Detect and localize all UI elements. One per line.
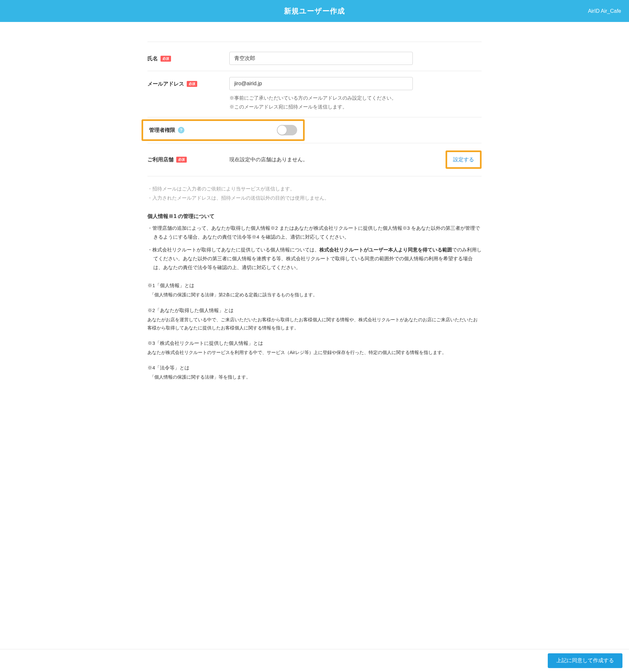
note-line: ・入力されたメールアドレスは、招待メールの送信以外の目的では使用しません。 xyxy=(147,193,482,203)
label-name: 氏名 必須 xyxy=(147,52,229,63)
divider xyxy=(147,42,482,42)
def-term: ※1「個人情報」とは xyxy=(147,282,482,289)
helper-line: ※このメールアドレス宛に招待メールを送信します。 xyxy=(229,102,482,111)
def-desc: 「個人情報の保護に関する法律」等を指します。 xyxy=(147,373,482,381)
def-block: ※2「あなたが取得した個人情報」とは あなたがお店を運営している中で、ご来店いた… xyxy=(147,307,482,332)
helper-line: ※事前にご了承いただいている方のメールアドレスのみ設定してください。 xyxy=(229,93,482,102)
required-badge: 必須 xyxy=(160,56,171,62)
policy-title: 個人情報※1 の管理について xyxy=(147,212,482,221)
admin-highlight-wrap: 管理者権限 ? xyxy=(142,119,482,141)
field-email: ※事前にご了承いただいている方のメールアドレスのみ設定してください。 ※このメー… xyxy=(229,77,482,111)
def-block: ※4「法令等」とは 「個人情報の保護に関する法律」等を指します。 xyxy=(147,364,482,381)
policy-item: ・株式会社リクルートが取得してあなたに提供している個人情報については、株式会社リ… xyxy=(147,245,482,272)
def-block: ※3「株式会社リクルートに提供した個人情報」とは あなたが株式会社リクルートのサ… xyxy=(147,339,482,357)
label-text: 管理者権限 xyxy=(149,126,175,135)
field-row-admin: 管理者権限 ? xyxy=(147,119,482,143)
definitions: ※1「個人情報」とは 「個人情報の保護に関する法律」第2条に定める定義に該当する… xyxy=(147,282,482,381)
email-helper: ※事前にご了承いただいている方のメールアドレスのみ設定してください。 ※このメー… xyxy=(229,93,482,111)
label-stores: ご利用店舗 必須 xyxy=(147,155,229,164)
stores-status: 現在設定中の店舗はありません。 xyxy=(229,155,446,164)
def-term: ※4「法令等」とは xyxy=(147,364,482,372)
note-line: ・招待メールはご入力者のご依頼により当サービスが送信します。 xyxy=(147,184,482,194)
label-text: メールアドレス xyxy=(147,80,184,88)
field-name xyxy=(229,52,482,65)
field-row-stores: ご利用店舗 必須 現在設定中の店舗はありません。 設定する xyxy=(147,143,482,176)
label-admin: 管理者権限 ? xyxy=(149,126,234,135)
admin-toggle[interactable] xyxy=(277,125,297,136)
account-name: AirID Air_Cafe xyxy=(588,7,621,16)
header: 新規ユーザー作成 AirID Air_Cafe xyxy=(0,0,629,22)
def-desc: あなたが株式会社リクルートのサービスを利用する中で、サービス（Airレジ等）上に… xyxy=(147,349,482,357)
stores-action-highlight: 設定する xyxy=(446,150,482,169)
policy-item: ・管理店舗の追加によって、あなたが取得した個人情報※2 またはあなたが株式会社リ… xyxy=(147,223,482,241)
def-term: ※2「あなたが取得した個人情報」とは xyxy=(147,307,482,314)
field-row-name: 氏名 必須 xyxy=(147,46,482,71)
def-desc: 「個人情報の保護に関する法律」第2条に定める定義に該当するものを指します。 xyxy=(147,291,482,299)
policy-section: 個人情報※1 の管理について ・管理店舗の追加によって、あなたが取得した個人情報… xyxy=(147,206,482,382)
admin-highlight: 管理者権限 ? xyxy=(142,119,305,141)
label-text: 氏名 xyxy=(147,54,158,63)
help-icon[interactable]: ? xyxy=(178,127,184,134)
def-term: ※3「株式会社リクルートに提供した個人情報」とは xyxy=(147,339,482,347)
label-text: ご利用店舗 xyxy=(147,155,174,164)
policy-bold: 株式会社リクルートがユーザー本人より同意を得ている範囲 xyxy=(320,247,452,253)
label-email: メールアドレス 必須 xyxy=(147,77,229,88)
def-block: ※1「個人情報」とは 「個人情報の保護に関する法律」第2条に定める定義に該当する… xyxy=(147,282,482,299)
content: 氏名 必須 メールアドレス 必須 ※事前にご了承いただいている方のメールアドレス… xyxy=(141,22,488,421)
name-input[interactable] xyxy=(229,52,413,65)
email-input[interactable] xyxy=(229,77,413,90)
required-badge: 必須 xyxy=(187,81,197,87)
required-badge: 必須 xyxy=(176,157,187,163)
def-desc: あなたがお店を運営している中で、ご来店いただいたお客様から取得したお客様個人に関… xyxy=(147,316,482,332)
policy-text: ・株式会社リクルートが取得してあなたに提供している個人情報については、 xyxy=(147,247,320,253)
page-title: 新規ユーザー作成 xyxy=(8,5,621,17)
notes: ・招待メールはご入力者のご依頼により当サービスが送信します。 ・入力されたメール… xyxy=(147,176,482,206)
stores-configure-link[interactable]: 設定する xyxy=(453,157,474,162)
toggle-knob xyxy=(277,125,287,135)
field-row-email: メールアドレス 必須 ※事前にご了承いただいている方のメールアドレスのみ設定して… xyxy=(147,71,482,117)
